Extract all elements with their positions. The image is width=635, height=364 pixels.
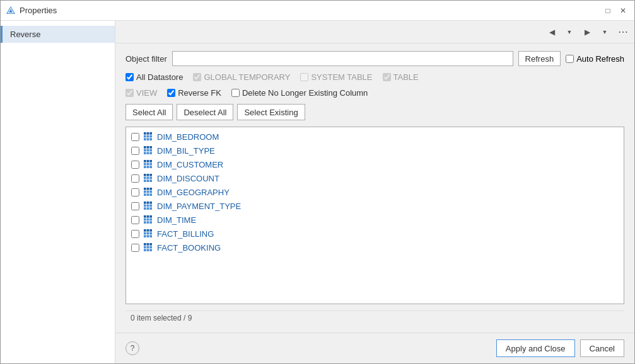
checkbox-reverse-fk-input[interactable] xyxy=(167,89,175,97)
toolbar-row: ◀ ▼ ▶ ▼ ⋯ xyxy=(115,21,634,43)
svg-rect-34 xyxy=(147,177,149,179)
checkbox-view-input[interactable] xyxy=(125,89,134,97)
main-panel: ◀ ▼ ▶ ▼ ⋯ Object filter Refresh Auto Ref… xyxy=(115,21,634,363)
checkbox-global-temporary-input[interactable] xyxy=(193,73,201,81)
svg-rect-5 xyxy=(149,132,152,135)
checkbox-view-label: VIEW xyxy=(136,88,157,98)
svg-rect-19 xyxy=(147,152,149,154)
svg-rect-65 xyxy=(149,221,152,224)
svg-rect-4 xyxy=(147,132,149,135)
svg-rect-29 xyxy=(149,166,152,168)
select-all-button[interactable]: Select All xyxy=(125,104,173,120)
table-item-checkbox[interactable] xyxy=(131,147,139,155)
svg-rect-21 xyxy=(144,160,146,162)
table-item-checkbox[interactable] xyxy=(131,161,139,169)
svg-rect-62 xyxy=(149,219,152,221)
auto-refresh-checkbox[interactable] xyxy=(566,55,574,63)
svg-rect-64 xyxy=(147,221,149,224)
svg-rect-42 xyxy=(144,191,146,193)
more-button[interactable]: ⋯ xyxy=(615,25,629,39)
checkbox-reverse-fk: Reverse FK xyxy=(167,88,221,98)
svg-rect-25 xyxy=(147,163,149,166)
select-existing-button[interactable]: Select Existing xyxy=(237,104,305,120)
svg-rect-60 xyxy=(144,219,146,221)
svg-rect-8 xyxy=(149,135,152,138)
help-button[interactable]: ? xyxy=(125,341,139,355)
table-item-checkbox[interactable] xyxy=(131,216,139,224)
svg-rect-32 xyxy=(149,174,152,176)
svg-rect-18 xyxy=(144,152,146,154)
table-icon xyxy=(143,173,153,183)
table-list-item[interactable]: DIM_BIL_TYPE xyxy=(126,144,624,157)
apply-close-button[interactable]: Apply and Close xyxy=(496,339,575,357)
checkbox-system-table-input[interactable] xyxy=(300,73,308,81)
svg-rect-17 xyxy=(149,149,152,152)
svg-rect-44 xyxy=(149,191,152,193)
checkbox-all-datastore-input[interactable] xyxy=(125,73,134,81)
sidebar-item-reverse[interactable]: Reverse xyxy=(1,26,115,43)
table-item-checkbox[interactable] xyxy=(131,133,139,141)
svg-rect-11 xyxy=(149,138,152,140)
table-list-item[interactable]: DIM_GEOGRAPHY xyxy=(126,185,624,199)
refresh-button[interactable]: Refresh xyxy=(518,51,561,66)
svg-rect-24 xyxy=(144,163,146,166)
table-item-checkbox[interactable] xyxy=(131,244,139,252)
title-bar: Properties □ ✕ xyxy=(1,1,634,21)
svg-rect-61 xyxy=(147,219,149,221)
table-item-checkbox[interactable] xyxy=(131,174,139,183)
forward-button[interactable]: ▶ xyxy=(580,25,594,39)
svg-rect-66 xyxy=(144,229,146,232)
svg-rect-54 xyxy=(144,207,146,210)
checkbox-all-datastore-label: All Datastore xyxy=(136,72,183,82)
svg-rect-63 xyxy=(144,221,146,224)
table-list-item[interactable]: DIM_DISCOUNT xyxy=(126,171,624,185)
back-dropdown-button[interactable]: ▼ xyxy=(562,25,576,39)
svg-rect-50 xyxy=(149,202,152,204)
svg-rect-56 xyxy=(149,207,152,210)
table-list-item[interactable]: DIM_PAYMENT_TYPE xyxy=(126,199,624,213)
table-list-item[interactable]: FACT_BOOKING xyxy=(126,241,624,254)
svg-rect-45 xyxy=(144,193,146,196)
svg-rect-69 xyxy=(144,232,146,235)
checkbox-delete-column-input[interactable] xyxy=(231,89,240,97)
svg-rect-55 xyxy=(147,207,149,210)
table-list-item[interactable]: FACT_BILLING xyxy=(126,227,624,241)
filter-label: Object filter xyxy=(125,54,167,64)
table-item-checkbox[interactable] xyxy=(131,230,139,238)
table-list-item[interactable]: DIM_TIME xyxy=(126,213,624,227)
svg-rect-52 xyxy=(147,205,149,207)
checkbox-delete-column-label: Delete No Longer Existing Column xyxy=(242,88,368,98)
svg-rect-3 xyxy=(144,132,146,135)
deselect-all-button[interactable]: Deselect All xyxy=(177,104,233,120)
table-list-item[interactable]: DIM_BEDROOM xyxy=(126,130,624,144)
cancel-button[interactable]: Cancel xyxy=(580,339,624,357)
checkbox-global-temporary-label: GLOBAL TEMPORARY xyxy=(204,72,290,82)
table-list[interactable]: DIM_BEDROOMDIM_BIL_TYPEDIM_CUSTOMERDIM_D… xyxy=(125,127,624,304)
table-icon xyxy=(143,215,153,225)
svg-rect-15 xyxy=(144,149,146,152)
table-item-checkbox[interactable] xyxy=(131,202,139,210)
svg-rect-30 xyxy=(144,174,146,176)
svg-rect-14 xyxy=(149,146,152,149)
svg-rect-78 xyxy=(144,246,146,249)
forward-dropdown-button[interactable]: ▼ xyxy=(598,25,612,39)
back-button[interactable]: ◀ xyxy=(545,25,559,39)
table-icon xyxy=(143,132,153,142)
svg-rect-57 xyxy=(144,215,146,218)
svg-rect-31 xyxy=(147,174,149,176)
table-list-item[interactable]: DIM_CUSTOMER xyxy=(126,157,624,171)
svg-rect-7 xyxy=(147,135,149,138)
minimize-button[interactable]: □ xyxy=(602,4,614,17)
table-icon xyxy=(143,229,153,239)
svg-rect-46 xyxy=(147,193,149,196)
checkbox-system-table-label: SYSTEM TABLE xyxy=(311,72,372,82)
table-item-checkbox[interactable] xyxy=(131,188,139,196)
object-filter-input[interactable] xyxy=(172,51,513,66)
svg-rect-82 xyxy=(147,249,149,251)
svg-rect-71 xyxy=(149,232,152,235)
svg-rect-58 xyxy=(147,215,149,218)
checkbox-table-input[interactable] xyxy=(383,73,391,81)
close-button[interactable]: ✕ xyxy=(617,4,629,17)
svg-rect-67 xyxy=(147,229,149,232)
table-icon xyxy=(143,145,153,156)
